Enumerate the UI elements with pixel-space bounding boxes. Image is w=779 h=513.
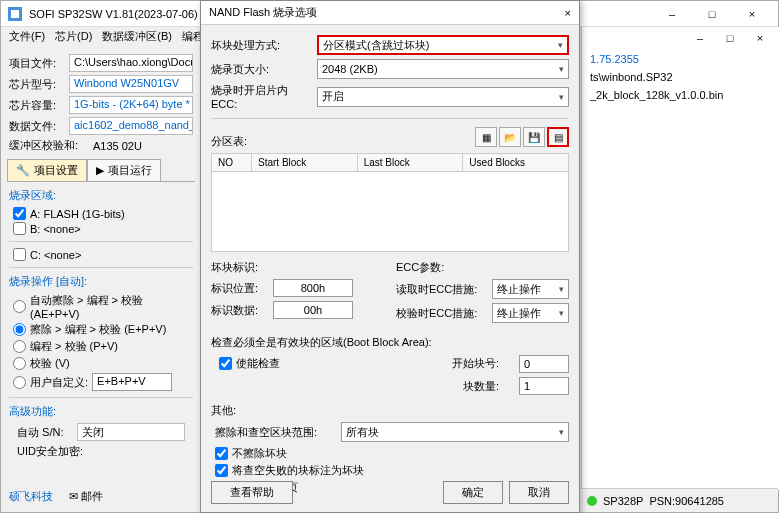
autosn-label: 自动 S/N:	[17, 425, 73, 440]
dialog-title: NAND Flash 烧录选项	[209, 5, 317, 20]
nand-options-dialog: NAND Flash 烧录选项 × 坏块处理方式: 分区模式(含跳过坏块)▾ 烧…	[200, 0, 580, 513]
read-ecc-select[interactable]: 终止操作▾	[492, 279, 569, 299]
dialog-titlebar: NAND Flash 烧录选项 ×	[201, 1, 579, 25]
tool-grid-button[interactable]: ▦	[475, 127, 497, 147]
footer-links: 硕飞科技 ✉ 邮件	[9, 489, 103, 504]
tabs: 🔧 项目设置 ▶ 项目运行	[7, 159, 195, 182]
read-ecc-label: 读取时ECC措施:	[396, 282, 486, 297]
help-button[interactable]: 查看帮助	[211, 481, 293, 504]
ecc-params-title: ECC参数:	[396, 260, 569, 275]
dialog-close-button[interactable]: ×	[565, 7, 571, 19]
op-custom[interactable]: 用户自定义: E+B+P+V	[9, 373, 193, 391]
start-block-field[interactable]	[519, 355, 569, 373]
chevron-down-icon: ▾	[559, 64, 564, 74]
menu-buffer[interactable]: 数据缓冲区(B)	[102, 29, 172, 44]
op-v[interactable]: 校验 (V)	[9, 356, 193, 371]
op-custom-field[interactable]: E+B+P+V	[92, 373, 172, 391]
autosn-field[interactable]: 关闭	[77, 423, 185, 441]
tool-save-button[interactable]: 💾	[523, 127, 545, 147]
enable-check-row[interactable]: 使能检查	[215, 356, 280, 371]
chip-cap-label: 芯片容量:	[9, 98, 65, 113]
badblock-mode-label: 坏块处理方式:	[211, 38, 311, 53]
badblock-mode-select[interactable]: 分区模式(含跳过坏块)▾	[317, 35, 569, 55]
col-last: Last Block	[358, 154, 464, 171]
cancel-button[interactable]: 取消	[509, 481, 569, 504]
keep-bad-row[interactable]: 不擦除坏块	[211, 446, 569, 461]
partition-table-header: NO Start Block Last Block Used Blocks	[211, 153, 569, 172]
right-max-button[interactable]: □	[715, 29, 745, 47]
right-min-button[interactable]: –	[685, 29, 715, 47]
enable-check-checkbox[interactable]	[219, 357, 232, 370]
id-pos-label: 标识位置:	[211, 281, 267, 296]
page-size-label: 烧录页大小:	[211, 62, 311, 77]
mail-link[interactable]: ✉ 邮件	[69, 489, 103, 504]
right-panel: – □ × 1.75.2355 ts\winbond.SP32 _2k_bloc…	[581, 27, 779, 490]
data-file-link[interactable]: aic1602_demo88_nand_page_2	[69, 117, 193, 135]
project-file-label: 项目文件:	[9, 56, 65, 71]
chip-cap-link[interactable]: 1G-bits - (2K+64) byte * 64 page	[69, 96, 193, 114]
tool-open-button[interactable]: 📂	[499, 127, 521, 147]
chevron-down-icon: ▾	[558, 40, 563, 50]
vendor-link[interactable]: 硕飞科技	[9, 489, 53, 504]
maximize-button[interactable]: □	[692, 1, 732, 27]
block-count-field[interactable]	[519, 377, 569, 395]
ecc-select[interactable]: 开启▾	[317, 87, 569, 107]
right-close-button[interactable]: ×	[745, 29, 775, 47]
wrench-icon: 🔧	[16, 164, 30, 177]
adv-title: 高级功能:	[9, 404, 193, 419]
erase-scope-select[interactable]: 所有块▾	[341, 422, 569, 442]
tool-add-button[interactable]: ▤	[547, 127, 569, 147]
area-a-row[interactable]: A: FLASH (1G-bits)	[9, 207, 193, 220]
area-c-row[interactable]: C: <none>	[9, 248, 193, 261]
bin-text: _2k_block_128k_v1.0.0.bin	[590, 89, 771, 101]
menu-file[interactable]: 文件(F)	[9, 29, 45, 44]
block-count-label: 块数量:	[463, 379, 499, 394]
menu-chip[interactable]: 芯片(D)	[55, 29, 92, 44]
ecc-label: 烧录时开启片内ECC:	[211, 83, 311, 110]
col-start: Start Block	[252, 154, 358, 171]
play-icon: ▶	[96, 164, 104, 177]
partition-table-body[interactable]	[211, 172, 569, 252]
ok-button[interactable]: 确定	[443, 481, 503, 504]
verify-ecc-select[interactable]: 终止操作▾	[492, 303, 569, 323]
verify-ecc-label: 校验时ECC措施:	[396, 306, 486, 321]
page-size-select[interactable]: 2048 (2KB)▾	[317, 59, 569, 79]
op-epv[interactable]: 擦除 > 编程 > 校验 (E+P+V)	[9, 322, 193, 337]
burn-area-title: 烧录区域:	[9, 188, 193, 203]
tab-run[interactable]: ▶ 项目运行	[87, 159, 161, 181]
version-link[interactable]: 1.75.2355	[590, 53, 639, 65]
op-auto-erase[interactable]: 自动擦除 > 编程 > 校验 (AE+P+V)	[9, 293, 193, 320]
erase-scope-label: 擦除和查空区块范围:	[215, 425, 335, 440]
uid-label: UID安全加密:	[17, 444, 83, 459]
adv-group: 高级功能: 自动 S/N: 关闭 UID安全加密:	[9, 404, 193, 459]
dialog-buttons: 查看帮助 确定 取消	[211, 481, 569, 504]
project-file-field[interactable]: C:\Users\hao.xiong\Documents\w	[69, 54, 193, 72]
bad-id-title: 坏块标识:	[211, 260, 384, 275]
chip-model-link[interactable]: Winbond W25N01GV	[69, 75, 193, 93]
id-data-field[interactable]	[273, 301, 353, 319]
mark-fail-checkbox[interactable]	[215, 464, 228, 477]
area-a-checkbox[interactable]	[13, 207, 26, 220]
tab-settings[interactable]: 🔧 项目设置	[7, 159, 87, 181]
area-b-row[interactable]: B: <none>	[9, 222, 193, 235]
partition-toolbar: ▦ 📂 💾 ▤	[475, 127, 569, 147]
id-pos-field[interactable]	[273, 279, 353, 297]
col-no: NO	[212, 154, 252, 171]
area-c-checkbox[interactable]	[13, 248, 26, 261]
minimize-button[interactable]: –	[652, 1, 692, 27]
status-device: SP328P	[603, 495, 643, 507]
op-pv[interactable]: 编程 > 校验 (P+V)	[9, 339, 193, 354]
app-icon	[7, 6, 23, 22]
mark-fail-row[interactable]: 将查空失败的块标注为坏块	[211, 463, 569, 478]
ops-group: 烧录操作 [自动]: 自动擦除 > 编程 > 校验 (AE+P+V) 擦除 > …	[9, 274, 193, 391]
area-b-checkbox[interactable]	[13, 222, 26, 235]
chevron-down-icon: ▾	[559, 427, 564, 437]
chevron-down-icon: ▾	[559, 92, 564, 102]
keep-bad-checkbox[interactable]	[215, 447, 228, 460]
app-title: SOFI SP32SW V1.81(2023-07-06)	[29, 8, 198, 20]
start-block-label: 开始块号:	[452, 356, 499, 371]
close-button[interactable]: ×	[732, 1, 772, 27]
boot-title: 检查必须全是有效块的区域(Boot Block Area):	[211, 335, 569, 350]
svg-rect-1	[11, 10, 19, 18]
path-text: ts\winbond.SP32	[590, 71, 771, 83]
